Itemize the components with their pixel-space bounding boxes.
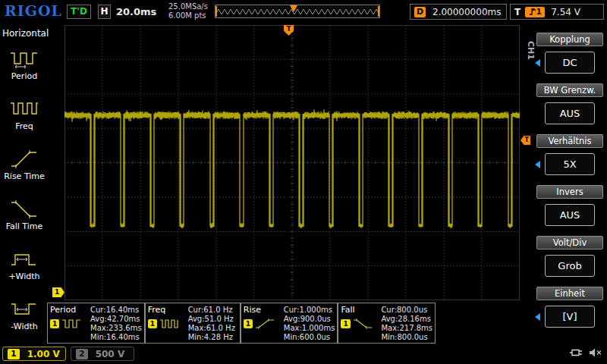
usb-icon (569, 347, 583, 358)
measurement-panel: Period 1 Cur:16.40ms Avg:42.70ms Max:233… (47, 303, 436, 344)
ch1-scale: 1.00 V (27, 349, 60, 359)
meas-min: Min:600.0us (284, 333, 335, 342)
ch2-scale: 500 V (96, 349, 125, 359)
meas-max: Max:233.6ms (90, 324, 142, 333)
meas-cur: Cur:800.0us (381, 306, 432, 315)
memory-depth: 6.00M pts (168, 11, 208, 20)
meas-avg: Avg:900.0us (284, 315, 335, 324)
menu-value-kopplung[interactable]: DC (545, 52, 595, 74)
measurement-freq: Freq 1 Cur:61.0 Hz Avg:51.0 Hz Max:61.0 … (145, 303, 241, 344)
meas-min: Min:4.28 Hz (188, 333, 237, 342)
menu-value-einheit[interactable]: [V] (545, 306, 595, 328)
channel-badge: 1 (148, 319, 157, 328)
measure-item-fall-time[interactable]: Fall Time (0, 190, 49, 240)
oscilloscope-screen: RIGOL T'D H 20.0ms 25.0MSa/s 6.00M pts D… (0, 0, 607, 364)
meas-min: Min:16.40ms (90, 333, 142, 342)
ch1-badge: 1 (8, 349, 20, 359)
channel-menu: CH1 Kopplung DC BW Grenzw. AUS Verhältni… (527, 23, 607, 345)
meas-max: Max:217.8ms (381, 324, 432, 333)
left-arrow-icon (535, 161, 540, 168)
period-icon (10, 49, 39, 69)
delay-readout: D 2.00000000ms (410, 4, 507, 20)
trigger-label: T (514, 7, 521, 17)
menu-channel-title: CH1 (526, 41, 536, 60)
channel-badge: 1 (341, 319, 350, 328)
meas-avg: Avg:51.0 Hz (188, 315, 237, 324)
meas-avg: Avg:28.16ms (381, 315, 432, 324)
channel-badge: 1 (244, 319, 253, 328)
measurement-rise: Rise 1 Cur:1.000ms Avg:900.0us Max:1.000… (241, 303, 338, 344)
meas-min: Min:800.0us (381, 333, 432, 342)
menu-item-volt-div: Volt/Div Grob (536, 236, 603, 277)
measure-menu: Horizontal Period Freq Rise Time (0, 23, 49, 345)
menu-item-verhaeltnis: Verhältnis 5X (536, 134, 603, 175)
menu-item-einheit: Einheit [V] (536, 287, 603, 328)
timebase-value: 20.0ms (116, 6, 156, 17)
rising-edge-icon (529, 8, 536, 16)
meas-cur: Cur:1.000ms (284, 306, 335, 315)
menu-value-verhaeltnis[interactable]: 5X (545, 153, 595, 175)
h-label: H (98, 5, 111, 19)
channel-badge: 1 (50, 319, 59, 328)
memory-waveform-icon (215, 5, 379, 17)
measure-item-minus-width[interactable]: -Width (0, 290, 49, 340)
trigger-readout: T 1 7.54 V (510, 4, 604, 20)
menu-item-kopplung: Kopplung DC (536, 33, 603, 74)
measure-item-plus-width[interactable]: +Width (0, 240, 49, 290)
menu-value-invers[interactable]: AUS (545, 204, 595, 226)
meas-cur: Cur:16.40ms (90, 306, 142, 315)
fall-glyph-icon (353, 318, 373, 330)
rise-time-icon (10, 149, 39, 169)
ch1-status[interactable]: 1 1.00 V (2, 347, 66, 361)
horizontal-scale-readout: H 20.0ms (98, 5, 156, 19)
meas-cur: Cur:61.0 Hz (188, 306, 237, 315)
status-bar: 1 1.00 V 2 500 V (0, 345, 607, 364)
sample-rate: 25.0MSa/s (168, 2, 208, 11)
meas-max: Max:61.0 Hz (188, 324, 237, 333)
menu-item-bw-grenzw: BW Grenzw. AUS (536, 83, 603, 124)
freq-icon (10, 99, 39, 119)
measure-item-freq[interactable]: Freq (0, 90, 49, 140)
meas-max: Max:1.000ms (284, 324, 335, 333)
ch1-ground-marker[interactable]: 1 (52, 287, 64, 297)
measure-item-period[interactable]: Period (0, 40, 49, 90)
waveform-canvas (64, 25, 520, 300)
measure-item-rise-time[interactable]: Rise Time (0, 140, 49, 190)
measure-menu-title: Horizontal (0, 23, 49, 40)
plus-width-icon (10, 249, 39, 269)
speaker-muted-icon (589, 347, 602, 358)
minus-width-icon (10, 300, 39, 319)
trigger-status-badge: T'D (67, 5, 91, 19)
waveform-position-bar[interactable] (215, 5, 380, 18)
trigger-source-badge: 1 (525, 7, 545, 17)
period-glyph-icon (61, 318, 81, 330)
freq-glyph-icon (159, 318, 179, 330)
top-bar: RIGOL T'D H 20.0ms 25.0MSa/s 6.00M pts D… (0, 0, 607, 23)
trigger-level-value: 7.54 V (551, 7, 580, 17)
ch2-badge: 2 (76, 349, 88, 359)
sample-rate-readout: 25.0MSa/s 6.00M pts (168, 2, 208, 20)
fall-time-icon (10, 199, 39, 219)
rise-glyph-icon (255, 318, 275, 330)
meas-avg: Avg:42.70ms (90, 315, 142, 324)
menu-value-bw-grenzw[interactable]: AUS (545, 102, 595, 124)
trigger-position-mini-marker[interactable] (290, 5, 297, 12)
left-arrow-icon (535, 313, 540, 321)
measurement-fall: Fall 1 Cur:800.0us Avg:28.16ms Max:217.8… (338, 303, 436, 344)
measurement-period: Period 1 Cur:16.40ms Avg:42.70ms Max:233… (47, 303, 145, 344)
ch2-status[interactable]: 2 500 V (71, 347, 134, 361)
delay-value: 2.00000000ms (432, 7, 501, 17)
rigol-logo: RIGOL (5, 2, 62, 19)
delay-icon: D (414, 7, 426, 17)
menu-item-invers: Invers AUS (536, 185, 603, 226)
left-arrow-icon (535, 59, 540, 67)
waveform-display: T T 1 (64, 25, 530, 300)
menu-value-volt-div[interactable]: Grob (545, 255, 595, 277)
trigger-source-number: 1 (536, 8, 542, 16)
